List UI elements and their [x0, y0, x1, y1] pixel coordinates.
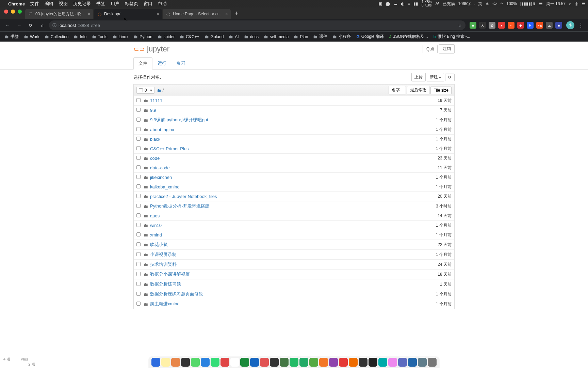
file-link[interactable]: 小课视屏录制 [150, 251, 177, 258]
logout-button[interactable]: 注销 [439, 44, 455, 53]
status-icon[interactable]: ▮▮ [413, 1, 418, 6]
menu-window[interactable]: 窗口 [144, 1, 152, 7]
menu-help[interactable]: 帮助 [158, 1, 167, 7]
bookmark-item[interactable]: 🖿spider [156, 33, 177, 41]
home-button[interactable]: ⌂ [37, 20, 47, 30]
file-link[interactable]: 数据分析课练习题页面修改 [150, 291, 203, 297]
back-button[interactable]: ← [3, 20, 12, 30]
row-checkbox[interactable] [136, 156, 143, 161]
ext-icon[interactable]: ◆ [517, 22, 524, 29]
file-link[interactable]: C&C++ Primer Plus [150, 146, 189, 151]
status-field[interactable]: 1065字... [458, 1, 475, 7]
row-checkbox[interactable] [136, 204, 143, 209]
breadcrumb[interactable]: 🖿 / [157, 88, 164, 93]
bookmark-item[interactable]: 🖿docs [242, 33, 261, 41]
file-link[interactable]: 爬虫精进xmind [150, 301, 180, 307]
file-link[interactable]: about_nginx [150, 127, 174, 132]
menu-bookmarks[interactable]: 书签 [96, 1, 105, 7]
close-tab-icon[interactable]: × [157, 11, 159, 17]
close-window-icon[interactable] [4, 10, 8, 14]
site-info-icon[interactable]: ⓘ [52, 22, 56, 28]
sort-modified-button[interactable]: 最后修改 [407, 86, 429, 94]
file-link[interactable]: xmind [150, 232, 162, 237]
minimize-window-icon[interactable] [11, 10, 15, 14]
row-checkbox[interactable] [136, 282, 143, 287]
ext-icon[interactable]: ✿ [489, 22, 495, 29]
maximize-window-icon[interactable] [18, 10, 22, 14]
file-link[interactable]: jikexinchen [150, 175, 172, 180]
file-link[interactable]: kaikeba_xmind [150, 184, 180, 189]
row-checkbox[interactable] [136, 232, 143, 237]
bookmark-item[interactable]: 🖿小程序 [331, 32, 353, 41]
select-all-dropdown[interactable]: 0 ▾ [136, 87, 154, 94]
ext-icon[interactable]: X [479, 22, 486, 29]
quit-button[interactable]: Quit [423, 45, 438, 53]
close-tab-icon[interactable]: × [88, 11, 91, 17]
file-link[interactable]: 技术培训资料 [150, 261, 177, 267]
ime-indicator[interactable]: 英 [478, 1, 482, 7]
upload-button[interactable]: 上传 [411, 73, 426, 81]
file-link[interactable]: 数据分小课讲解视屏 [150, 271, 190, 277]
select-all-checkbox[interactable] [139, 88, 143, 92]
row-checkbox[interactable] [136, 146, 143, 151]
ext-icon[interactable]: ■ [470, 22, 476, 29]
row-checkbox[interactable] [136, 127, 143, 132]
row-checkbox[interactable] [136, 165, 143, 170]
menu-history[interactable]: 历史记录 [73, 1, 91, 7]
row-checkbox[interactable] [136, 292, 143, 297]
file-link[interactable]: 9.9课前-python小课开课吧ppt [150, 117, 208, 123]
chrome-menu-icon[interactable]: ⋮ [576, 21, 585, 29]
row-checkbox[interactable] [136, 108, 143, 113]
bluetooth-icon[interactable]: ∗ [486, 1, 489, 6]
bookmark-item[interactable]: 🖿Linux [111, 33, 131, 41]
file-link[interactable]: Python数据分析-开发环境搭建 [150, 203, 210, 209]
bookmark-item[interactable]: 🖿AI [227, 33, 241, 41]
file-link[interactable]: practice2 - Jupyter Notebook_files [150, 194, 217, 199]
power-icon[interactable]: 🗲 [435, 1, 439, 6]
browser-tab[interactable]: ⓝ03-jupyter的使用方法 · 吹花小...× [25, 9, 93, 19]
window-controls[interactable] [3, 10, 25, 17]
file-link[interactable]: 吹花小筑 [150, 242, 168, 248]
netspeed-icon[interactable]: 1 KB/s0 KB/s [422, 0, 431, 7]
bookmark-item[interactable]: b微软 Bing 搜索 -... [431, 32, 472, 41]
close-tab-icon[interactable]: × [225, 11, 228, 17]
browser-tab[interactable]: ◯Desktop/× [94, 9, 162, 19]
row-checkbox[interactable] [136, 184, 143, 189]
tab-running[interactable]: 运行 [152, 57, 172, 70]
tab-files[interactable]: 文件 [133, 57, 152, 70]
row-checkbox[interactable] [136, 302, 143, 307]
wifi-icon[interactable]: ⌔ [501, 1, 503, 6]
bookmark-item[interactable]: 🖿Python [132, 33, 154, 41]
siri-icon[interactable]: ◎ [575, 1, 578, 6]
bookmark-item[interactable]: JJSON在线解析及... [387, 32, 430, 41]
file-link[interactable]: win10 [150, 223, 162, 228]
bookmark-item[interactable]: 🖿书签 [3, 32, 21, 41]
row-checkbox[interactable] [136, 175, 143, 180]
row-checkbox[interactable] [136, 262, 143, 267]
row-checkbox[interactable] [136, 118, 143, 123]
address-bar[interactable]: ⓘ localhost:8888/tree ☆ [49, 20, 466, 30]
bookmark-item[interactable]: 🖿Plan [292, 33, 310, 41]
sort-size-button[interactable]: File size [430, 87, 452, 94]
tab-clusters[interactable]: 集群 [172, 57, 191, 70]
file-link[interactable]: code [150, 156, 160, 161]
wechat-icon[interactable]: ☁ [393, 1, 397, 6]
sort-name-button[interactable]: 名字 ↓ [389, 86, 406, 94]
refresh-button[interactable]: ⟳ [445, 74, 455, 81]
status-icon[interactable]: ◐ [401, 1, 404, 6]
bookmark-item[interactable]: 🖿self-media [262, 33, 291, 41]
bookmark-item[interactable]: 🖿Work [22, 33, 42, 41]
file-link[interactable]: 11111 [150, 98, 162, 103]
browser-tab[interactable]: ◯Home Page - Select or create ...× [163, 9, 231, 19]
menu-tabs[interactable]: 标签页 [125, 1, 138, 7]
bookmark-item[interactable]: 🖿课件 [311, 32, 329, 41]
status-icon[interactable]: ▣ [378, 1, 382, 6]
menu-view[interactable]: 视图 [59, 1, 68, 7]
ext-icon[interactable]: ☁ [546, 22, 553, 29]
ext-icon[interactable]: ● [498, 22, 505, 29]
new-button[interactable]: 新建 ▾ [427, 73, 444, 81]
status-icon[interactable]: ≡ [408, 1, 410, 6]
bookmark-item[interactable]: 🖿Collection [43, 33, 71, 41]
file-link[interactable]: 9.9 [150, 108, 156, 113]
new-tab-button[interactable]: + [231, 8, 242, 19]
